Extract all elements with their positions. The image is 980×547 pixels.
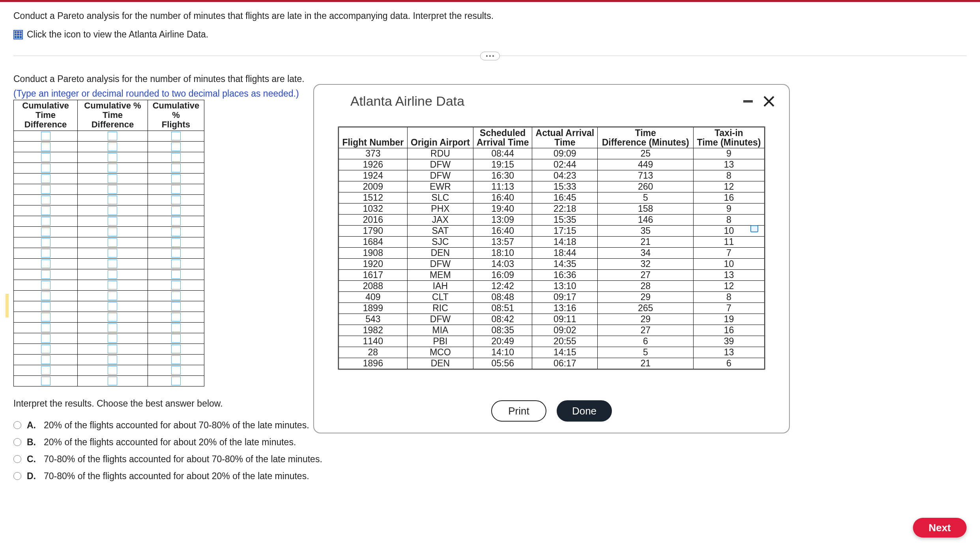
answer-input[interactable]	[108, 206, 117, 215]
input-cell	[78, 226, 148, 237]
answer-input[interactable]	[108, 366, 117, 375]
answer-input[interactable]	[108, 132, 117, 140]
data-cell: 8	[693, 170, 764, 181]
answer-input[interactable]	[108, 345, 117, 353]
expand-pill[interactable]	[480, 52, 500, 60]
answer-input[interactable]	[41, 366, 50, 375]
answer-input[interactable]	[108, 249, 117, 258]
input-cell	[78, 205, 148, 216]
choice-radio[interactable]	[13, 438, 21, 446]
answer-input[interactable]	[108, 228, 117, 236]
answer-input[interactable]	[108, 355, 117, 364]
answer-input[interactable]	[41, 228, 50, 236]
answer-input[interactable]	[41, 281, 50, 289]
answer-input[interactable]	[171, 345, 181, 353]
answer-input[interactable]	[41, 302, 50, 311]
answer-input[interactable]	[41, 249, 50, 258]
answer-input[interactable]	[171, 313, 181, 321]
minimize-button[interactable]	[743, 100, 753, 103]
data-link-text[interactable]: Click the icon to view the Atlanta Airli…	[27, 29, 208, 40]
answer-input[interactable]	[171, 238, 181, 247]
answer-input[interactable]	[108, 174, 117, 183]
input-row	[14, 322, 204, 333]
answer-input[interactable]	[171, 196, 181, 204]
answer-input[interactable]	[108, 291, 117, 300]
answer-input[interactable]	[171, 228, 181, 236]
print-button[interactable]: Print	[491, 400, 546, 422]
answer-input[interactable]	[41, 270, 50, 279]
answer-input[interactable]	[41, 164, 50, 172]
input-cell	[148, 333, 204, 344]
answer-input[interactable]	[108, 377, 117, 385]
answer-input[interactable]	[41, 185, 50, 194]
data-cell: 16	[693, 325, 764, 336]
answer-input[interactable]	[108, 334, 117, 343]
choice-radio[interactable]	[13, 455, 21, 463]
answer-input[interactable]	[108, 153, 117, 162]
answer-input[interactable]	[41, 259, 50, 268]
answer-input[interactable]	[41, 206, 50, 215]
data-link-row: Click the icon to view the Atlanta Airli…	[4, 26, 976, 52]
answer-input[interactable]	[171, 281, 181, 289]
answer-input[interactable]	[171, 259, 181, 268]
input-row	[14, 365, 204, 375]
answer-input[interactable]	[108, 302, 117, 311]
answer-input[interactable]	[41, 377, 50, 385]
data-cell: 11:13	[473, 181, 532, 192]
answer-input[interactable]	[108, 196, 117, 204]
done-button[interactable]: Done	[557, 400, 612, 422]
answer-input[interactable]	[41, 334, 50, 343]
table-icon[interactable]	[13, 30, 23, 39]
answer-input[interactable]	[171, 366, 181, 375]
answer-input[interactable]	[171, 291, 181, 300]
answer-input[interactable]	[41, 323, 50, 332]
data-cell: 16:40	[473, 226, 532, 237]
answer-input[interactable]	[171, 153, 181, 162]
answer-input[interactable]	[108, 164, 117, 172]
col1-header: Cumulative TimeDifference	[14, 100, 78, 131]
answer-input[interactable]	[41, 196, 50, 204]
answer-input[interactable]	[171, 142, 181, 151]
answer-input[interactable]	[171, 302, 181, 311]
answer-input[interactable]	[171, 355, 181, 364]
answer-input[interactable]	[108, 217, 117, 226]
answer-input[interactable]	[171, 164, 181, 172]
answer-input[interactable]	[41, 345, 50, 353]
answer-input[interactable]	[108, 185, 117, 194]
answer-input[interactable]	[108, 270, 117, 279]
answer-input[interactable]	[108, 313, 117, 321]
data-cell: 13:57	[473, 237, 532, 248]
answer-input[interactable]	[171, 206, 181, 215]
close-button[interactable]	[763, 95, 775, 107]
answer-input[interactable]	[41, 153, 50, 162]
answer-input[interactable]	[171, 174, 181, 183]
answer-input[interactable]	[171, 132, 181, 140]
next-button[interactable]: Next	[913, 518, 967, 538]
answer-input[interactable]	[108, 238, 117, 247]
data-cell: 260	[598, 181, 693, 192]
answer-input[interactable]	[41, 238, 50, 247]
answer-input[interactable]	[171, 185, 181, 194]
choice-radio[interactable]	[13, 472, 21, 480]
answer-input[interactable]	[108, 281, 117, 289]
answer-input[interactable]	[41, 142, 50, 151]
answer-input[interactable]	[171, 377, 181, 385]
answer-input[interactable]	[41, 132, 50, 140]
answer-input[interactable]	[171, 270, 181, 279]
data-cell: 1617	[339, 270, 408, 281]
copy-icon[interactable]	[750, 225, 758, 232]
input-cell	[78, 354, 148, 365]
answer-input[interactable]	[171, 334, 181, 343]
answer-input[interactable]	[171, 249, 181, 258]
answer-input[interactable]	[171, 217, 181, 226]
answer-input[interactable]	[41, 355, 50, 364]
answer-input[interactable]	[171, 323, 181, 332]
choice-radio[interactable]	[13, 421, 21, 429]
answer-input[interactable]	[41, 291, 50, 300]
answer-input[interactable]	[41, 313, 50, 321]
answer-input[interactable]	[41, 217, 50, 226]
answer-input[interactable]	[108, 323, 117, 332]
answer-input[interactable]	[41, 174, 50, 183]
answer-input[interactable]	[108, 259, 117, 268]
answer-input[interactable]	[108, 142, 117, 151]
